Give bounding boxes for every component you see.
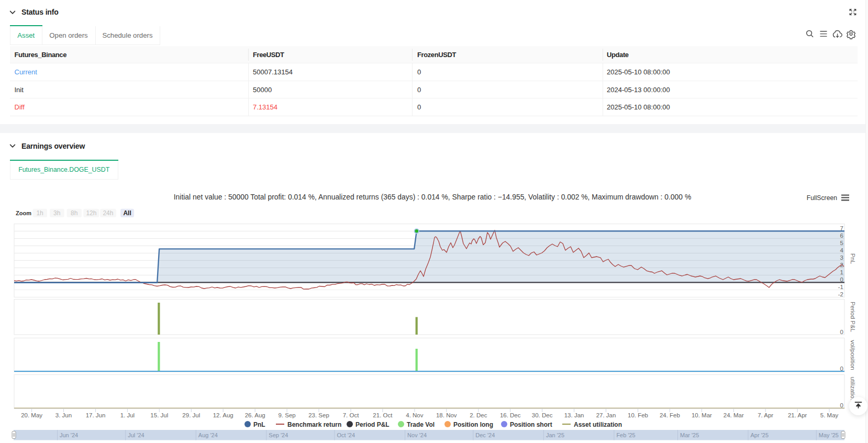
svg-text:1: 1: [840, 269, 843, 275]
svg-text:PnL: PnL: [850, 253, 856, 264]
svg-text:23. Sep: 23. Sep: [308, 412, 329, 418]
svg-text:1. Jul: 1. Jul: [120, 412, 135, 418]
svg-text:10. Mar: 10. Mar: [692, 412, 712, 418]
svg-text:Position short: Position short: [510, 421, 552, 428]
svg-text:26. Aug: 26. Aug: [245, 412, 265, 418]
svg-text:Aug '24: Aug '24: [198, 432, 218, 438]
svg-text:7. Oct: 7. Oct: [343, 412, 359, 418]
svg-text:Asset utilization: Asset utilization: [574, 421, 622, 428]
svg-text:Benchmark return: Benchmark return: [287, 421, 341, 428]
svg-text:Period P&L: Period P&L: [355, 421, 390, 428]
svg-text:8h: 8h: [71, 209, 77, 217]
svg-text:29. Jul: 29. Jul: [182, 412, 200, 418]
svg-text:-1: -1: [838, 284, 843, 290]
svg-text:5: 5: [840, 240, 843, 246]
svg-text:Jul '24: Jul '24: [128, 432, 144, 438]
svg-text:Jun '24: Jun '24: [60, 432, 78, 438]
svg-text:Zoom: Zoom: [16, 210, 31, 216]
svg-text:FullScreen: FullScreen: [807, 194, 837, 202]
svg-text:0: 0: [840, 402, 843, 408]
svg-text:27. Jan: 27. Jan: [596, 412, 616, 418]
svg-text:3. Jun: 3. Jun: [55, 412, 72, 418]
svg-text:5. May: 5. May: [820, 412, 839, 418]
svg-text:30. Dec: 30. Dec: [532, 412, 553, 418]
svg-text:Initial net value : 50000 Tota: Initial net value : 50000 Total profit: …: [174, 193, 692, 201]
svg-text:24. Mar: 24. Mar: [724, 412, 744, 418]
svg-text:4: 4: [840, 247, 844, 253]
svg-text:Nov '24: Nov '24: [407, 432, 427, 438]
svg-text:12. Aug: 12. Aug: [213, 412, 233, 418]
svg-text:0: 0: [840, 276, 843, 283]
svg-text:16. Dec: 16. Dec: [500, 412, 521, 418]
svg-text:vol/position: vol/position: [850, 340, 856, 370]
svg-text:12h: 12h: [86, 209, 96, 217]
svg-text:Sep '24: Sep '24: [269, 432, 288, 438]
svg-text:7. Apr: 7. Apr: [758, 412, 773, 418]
svg-text:0: 0: [840, 329, 843, 335]
svg-text:All: All: [123, 209, 131, 217]
svg-text:Dec '24: Dec '24: [475, 432, 495, 438]
svg-text:-2: -2: [838, 291, 843, 297]
svg-text:18. Nov: 18. Nov: [436, 412, 457, 418]
svg-text:17. Jun: 17. Jun: [86, 412, 106, 418]
svg-text:0: 0: [840, 366, 843, 372]
svg-text:6: 6: [840, 232, 843, 239]
svg-text:3: 3: [840, 254, 843, 261]
svg-text:May '25: May '25: [819, 432, 839, 438]
svg-text:15. Jul: 15. Jul: [150, 412, 168, 418]
svg-text:3h: 3h: [53, 209, 60, 217]
svg-text:21. Apr: 21. Apr: [788, 412, 807, 418]
svg-text:7: 7: [840, 225, 843, 231]
svg-text:9. Sep: 9. Sep: [278, 412, 295, 418]
svg-text:Position long: Position long: [453, 421, 493, 428]
svg-text:2. Dec: 2. Dec: [470, 412, 487, 418]
svg-text:1h: 1h: [36, 209, 43, 217]
svg-text:Mar '25: Mar '25: [680, 432, 699, 438]
svg-text:13. Jan: 13. Jan: [564, 412, 584, 418]
svg-text:4. Nov: 4. Nov: [406, 412, 423, 418]
svg-text:Apr '25: Apr '25: [751, 432, 769, 438]
svg-text:20. May: 20. May: [21, 412, 42, 418]
svg-text:2: 2: [840, 262, 843, 268]
svg-text:Trade Vol: Trade Vol: [407, 421, 435, 428]
svg-text:Jan '25: Jan '25: [546, 432, 564, 438]
svg-text:Feb '25: Feb '25: [616, 432, 635, 438]
svg-text:10. Feb: 10. Feb: [628, 412, 648, 418]
svg-text:Oct '24: Oct '24: [337, 432, 355, 438]
svg-text:Period P&L: Period P&L: [850, 302, 856, 333]
svg-text:21. Oct: 21. Oct: [373, 412, 393, 418]
svg-text:24h: 24h: [103, 209, 113, 217]
svg-text:PnL: PnL: [253, 421, 265, 428]
svg-text:24. Feb: 24. Feb: [660, 412, 680, 418]
